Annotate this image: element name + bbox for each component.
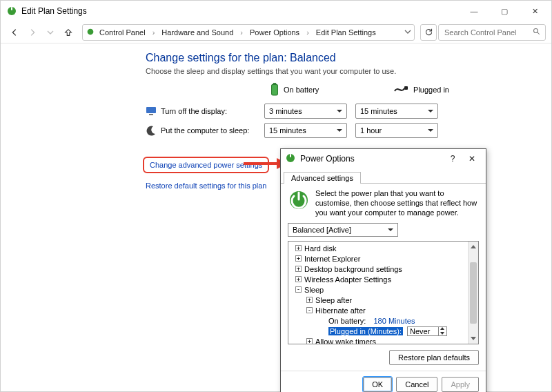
address-dropdown-icon[interactable]	[404, 28, 411, 37]
setting-row-sleep: Put the computer to sleep: 15 minutes 1 …	[146, 121, 538, 140]
refresh-button[interactable]	[420, 24, 437, 41]
svg-rect-10	[290, 154, 291, 157]
on-battery-header: On battery	[270, 82, 353, 97]
chevron-right-icon[interactable]	[304, 27, 312, 38]
chevron-right-icon[interactable]	[237, 27, 246, 38]
breadcrumb-item[interactable]: Control Panel	[97, 27, 148, 38]
apply-button[interactable]: Apply	[442, 377, 479, 392]
search-input[interactable]	[443, 28, 519, 37]
tree-node[interactable]: Sleep after	[315, 296, 352, 304]
display-plugged-dropdown[interactable]: 15 minutes	[355, 104, 438, 119]
tree-node[interactable]: Allow wake timers	[315, 337, 376, 345]
plugged-in-label: Plugged in	[413, 86, 449, 94]
search-box[interactable]	[438, 24, 546, 41]
navbar: Control Panel Hardware and Sound Power O…	[1, 21, 551, 43]
power-options-dialog: Power Options ? ✕ Advanced settings Sele…	[280, 148, 486, 392]
spinner-value[interactable]: Never	[408, 327, 438, 335]
moon-icon	[146, 125, 157, 136]
cancel-button[interactable]: Cancel	[396, 377, 437, 392]
dropdown-value: 15 minutes	[269, 126, 306, 135]
dialog-icon	[285, 153, 296, 166]
dialog-body: Select the power plan that you want to c…	[281, 184, 486, 371]
breadcrumb-bar[interactable]: Control Panel Hardware and Sound Power O…	[82, 24, 415, 41]
app-icon	[6, 6, 17, 17]
breadcrumb-item[interactable]: Edit Plan Settings	[313, 27, 379, 38]
page-subtext: Choose the sleep and display settings th…	[146, 67, 538, 75]
svg-rect-7	[146, 107, 156, 113]
dialog-description: Select the power plan that you want to c…	[315, 189, 479, 217]
column-headers: On battery Plugged in	[270, 82, 538, 97]
spinner-up-icon[interactable]	[438, 326, 446, 331]
window-controls: — ▢ ✕	[459, 1, 550, 21]
page-heading: Change settings for the plan: Balanced	[146, 52, 538, 64]
spinner-down-icon[interactable]	[438, 331, 446, 336]
search-icon[interactable]	[533, 28, 541, 37]
setting-row-display: Turn off the display: 3 minutes 15 minut…	[146, 101, 538, 121]
dropdown-value: 3 minutes	[269, 107, 302, 115]
expand-icon[interactable]: +	[295, 266, 302, 272]
recent-locations-button[interactable]	[42, 24, 59, 41]
minimize-button[interactable]: —	[459, 1, 489, 21]
scroll-thumb[interactable]	[470, 262, 477, 324]
explorer-window: Edit Plan Settings — ▢ ✕ Control Panel H…	[0, 0, 552, 392]
maximize-button[interactable]: ▢	[489, 1, 520, 21]
tree-scrollbar[interactable]	[468, 242, 478, 344]
collapse-icon[interactable]: -	[295, 286, 302, 293]
close-button[interactable]: ✕	[520, 1, 550, 21]
expand-icon[interactable]: +	[306, 338, 313, 344]
expand-icon[interactable]: +	[306, 297, 313, 303]
window-title: Edit Plan Settings	[21, 6, 459, 16]
tree-node[interactable]: Wireless Adapter Settings	[304, 275, 391, 284]
tree-node[interactable]: Internet Explorer	[304, 255, 360, 263]
scroll-down-icon[interactable]	[469, 333, 478, 344]
svg-rect-5	[273, 83, 276, 84]
svg-rect-8	[149, 114, 153, 115]
sleep-battery-dropdown[interactable]: 15 minutes	[264, 123, 347, 138]
breadcrumb-item[interactable]: Power Options	[247, 27, 302, 38]
expand-icon[interactable]: +	[295, 245, 302, 251]
tab-advanced-settings[interactable]: Advanced settings	[284, 172, 361, 184]
setting-label: Turn off the display:	[161, 107, 264, 115]
svg-point-3	[534, 28, 538, 32]
dialog-titlebar: Power Options ? ✕	[281, 149, 486, 168]
expand-icon[interactable]: +	[295, 276, 302, 282]
forward-button[interactable]	[24, 24, 41, 41]
tree-leaf-value[interactable]: 180 Minutes	[373, 317, 415, 325]
breadcrumb-item[interactable]: Hardware and Sound	[159, 27, 236, 38]
titlebar: Edit Plan Settings — ▢ ✕	[1, 1, 551, 21]
tree-node[interactable]: Sleep	[304, 286, 324, 294]
dialog-tabstrip: Advanced settings	[281, 168, 486, 184]
dropdown-value: 1 hour	[360, 126, 382, 135]
chevron-right-icon[interactable]	[150, 27, 158, 38]
up-button[interactable]	[60, 24, 77, 41]
dropdown-value: 15 minutes	[360, 107, 397, 115]
tree-leaf-selected[interactable]: Plugged in (Minutes):	[328, 327, 403, 335]
expand-icon[interactable]: +	[295, 255, 302, 262]
dialog-title: Power Options	[300, 154, 355, 164]
on-battery-label: On battery	[284, 86, 319, 94]
svg-rect-4	[272, 84, 278, 95]
power-plan-dropdown[interactable]: Balanced [Active]	[288, 223, 398, 237]
tree-leaf-label: On battery:	[328, 317, 366, 325]
settings-tree[interactable]: +Hard disk +Internet Explorer +Desktop b…	[288, 241, 479, 344]
restore-plan-defaults-button[interactable]: Restore plan defaults	[389, 350, 479, 365]
back-button[interactable]	[6, 24, 23, 41]
tree-node[interactable]: Hard disk	[304, 244, 336, 253]
location-icon	[86, 27, 95, 38]
tree-node[interactable]: Desktop background settings	[304, 265, 402, 273]
plug-icon	[394, 85, 409, 95]
scroll-up-icon[interactable]	[469, 242, 478, 252]
svg-rect-6	[404, 86, 408, 90]
tree-node[interactable]: Hibernate after	[315, 306, 366, 315]
setting-label: Put the computer to sleep:	[161, 126, 264, 135]
value-spinner[interactable]: Never	[407, 326, 447, 336]
ok-button[interactable]: OK	[363, 377, 392, 392]
collapse-icon[interactable]: -	[306, 307, 313, 313]
battery-icon	[270, 82, 279, 97]
display-battery-dropdown[interactable]: 3 minutes	[264, 104, 347, 119]
sleep-plugged-dropdown[interactable]: 1 hour	[355, 123, 438, 138]
power-plan-icon	[288, 189, 310, 211]
svg-point-2	[88, 28, 94, 35]
dialog-close-button[interactable]: ✕	[462, 154, 482, 164]
dialog-help-button[interactable]: ?	[443, 154, 462, 164]
